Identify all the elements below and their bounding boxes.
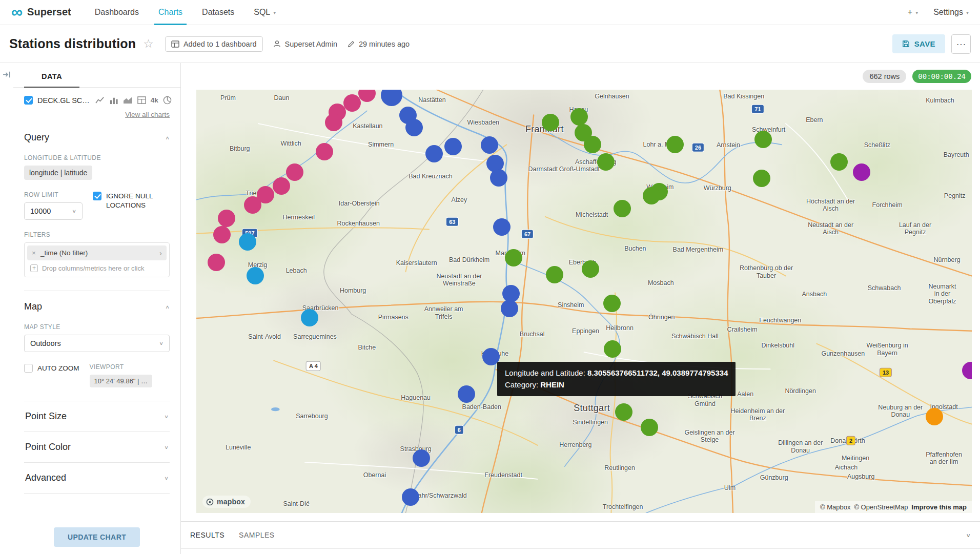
filter-drop-zone[interactable]: + Drop columns/metrics here or click xyxy=(27,260,167,274)
map-point[interactable] xyxy=(926,408,943,425)
map-point[interactable] xyxy=(597,153,615,171)
section-point-size[interactable]: Point Size ∨ xyxy=(24,401,170,432)
update-chart-button[interactable]: UPDATE CHART xyxy=(54,527,140,547)
collapse-panel-icon[interactable] xyxy=(3,70,11,79)
tab-data[interactable]: DATA xyxy=(24,63,79,87)
map-point[interactable] xyxy=(501,300,518,317)
big-number-icon[interactable]: 4k xyxy=(151,96,158,104)
pie-chart-icon[interactable] xyxy=(163,96,172,105)
collapsed-sections: Point Size ∨ Point Color ∨ Advanced ∨ xyxy=(24,401,170,494)
map-point[interactable] xyxy=(493,218,511,236)
last-modified-label[interactable]: 29 minutes ago xyxy=(348,40,410,48)
map-city-label: Mosbach xyxy=(648,279,674,286)
map-point[interactable] xyxy=(546,266,563,283)
map-point[interactable] xyxy=(316,143,333,160)
map-point[interactable] xyxy=(830,153,848,171)
bar-chart-icon[interactable] xyxy=(110,96,118,105)
nav-datasets[interactable]: Datasets xyxy=(202,0,234,25)
filter-pill[interactable]: × _time (No filter) › xyxy=(27,245,167,260)
ignore-null-col: IGNORE NULL LOCATIONS xyxy=(93,191,164,210)
area-chart-icon[interactable] xyxy=(123,96,133,105)
map-point[interactable] xyxy=(444,138,462,155)
auto-zoom-checkbox[interactable] xyxy=(24,364,33,373)
nav-charts[interactable]: Charts xyxy=(158,0,182,25)
viewport-value[interactable]: 10° 24' 49.86" | … xyxy=(90,375,153,387)
section-point-color[interactable]: Point Color ∨ xyxy=(24,432,170,462)
map-point[interactable] xyxy=(542,114,559,131)
expand-results-icon[interactable]: ∨ xyxy=(966,532,971,538)
map-point[interactable] xyxy=(481,136,498,154)
remove-filter-icon[interactable]: × xyxy=(32,249,36,257)
map-point[interactable] xyxy=(301,309,318,326)
dashboard-count-badge[interactable]: Added to 1 dashboard xyxy=(165,36,263,52)
tab-results[interactable]: RESULTS xyxy=(190,531,224,539)
map-point[interactable] xyxy=(402,488,419,506)
data-panel: DATA DECK.GL SC… 4k View all charts xyxy=(13,63,181,554)
zoom-viewport-row: AUTO ZOOM VIEWPORT 10° 24' 49.86" | … xyxy=(24,363,170,387)
chevron-up-icon[interactable]: ∧ xyxy=(165,304,170,310)
owner-label[interactable]: Superset Admin xyxy=(273,40,337,48)
map-point[interactable] xyxy=(343,94,361,112)
map-point[interactable] xyxy=(582,260,599,278)
map-point[interactable] xyxy=(413,449,430,467)
map-point[interactable] xyxy=(325,114,342,131)
save-button[interactable]: SAVE xyxy=(892,34,945,53)
map-point[interactable] xyxy=(490,169,507,187)
map-point[interactable] xyxy=(615,403,632,421)
nav-dashboards[interactable]: Dashboards xyxy=(95,0,139,25)
view-all-charts-link[interactable]: View all charts xyxy=(125,111,170,118)
viz-type-checkbox[interactable] xyxy=(24,96,33,105)
settings-menu-button[interactable]: Settings ▾ xyxy=(933,0,969,25)
superset-logo[interactable]: ∞ Superset xyxy=(11,5,71,19)
map-point[interactable] xyxy=(273,177,290,195)
drop-zone-label: Drop columns/metrics here or click xyxy=(42,264,144,272)
osm-attribution-link[interactable]: © OpenStreetMap xyxy=(854,503,908,511)
line-chart-icon[interactable] xyxy=(95,96,105,105)
map-style-select[interactable]: Outdoors ∨ xyxy=(24,335,170,352)
map-point[interactable] xyxy=(666,136,684,153)
row-limit-select[interactable]: 10000 ∨ xyxy=(24,202,83,220)
map-point[interactable] xyxy=(570,108,588,126)
map-point[interactable] xyxy=(218,210,235,227)
tab-samples[interactable]: SAMPLES xyxy=(239,531,275,539)
lonlat-pill[interactable]: longitude | latitude xyxy=(24,166,92,180)
section-advanced[interactable]: Advanced ∨ xyxy=(24,462,170,494)
map-point[interactable] xyxy=(643,187,660,204)
map-point[interactable] xyxy=(505,249,522,266)
favorite-star-icon[interactable]: ☆ xyxy=(143,37,154,51)
map-point[interactable] xyxy=(213,226,231,243)
map-point[interactable] xyxy=(853,163,870,181)
map-point[interactable] xyxy=(754,131,772,148)
map-point[interactable] xyxy=(405,119,423,136)
mapbox-logo[interactable]: mapbox xyxy=(202,496,251,508)
table-icon[interactable] xyxy=(137,96,146,105)
map-city-label: Bayreuth xyxy=(944,151,969,158)
map-point[interactable] xyxy=(244,196,261,214)
map-point[interactable] xyxy=(286,163,303,181)
more-options-button[interactable]: ··· xyxy=(951,34,971,54)
improve-map-link[interactable]: Improve this map xyxy=(911,503,967,511)
viewport-label: VIEWPORT xyxy=(90,363,153,371)
map-point[interactable] xyxy=(584,136,601,153)
map-point[interactable] xyxy=(239,233,256,251)
nav-sql[interactable]: SQL ▾ xyxy=(254,0,276,25)
map-point[interactable] xyxy=(208,254,225,271)
map-canvas[interactable]: mapbox © Mapbox © OpenStreetMap Improve … xyxy=(196,90,972,513)
query-section-header[interactable]: Query ∧ xyxy=(24,132,170,143)
map-point[interactable] xyxy=(753,170,770,187)
map-point[interactable] xyxy=(603,295,621,312)
mapbox-attribution-link[interactable]: © Mapbox xyxy=(820,503,850,511)
map-point[interactable] xyxy=(604,340,621,358)
map-point[interactable] xyxy=(641,419,658,436)
map-section-header[interactable]: Map ∧ xyxy=(24,301,170,312)
viz-type-label[interactable]: DECK.GL SC… xyxy=(37,96,90,105)
new-item-button[interactable]: + ▾ xyxy=(908,0,918,25)
ignore-null-checkbox[interactable] xyxy=(93,192,101,200)
map-point[interactable] xyxy=(458,385,475,403)
expand-filter-icon[interactable]: › xyxy=(159,249,162,257)
map-point[interactable] xyxy=(425,145,443,162)
chevron-up-icon[interactable]: ∧ xyxy=(165,135,170,140)
map-point[interactable] xyxy=(614,200,631,217)
map-point[interactable] xyxy=(247,267,264,284)
map-city-label: Kastellaun xyxy=(353,122,382,130)
